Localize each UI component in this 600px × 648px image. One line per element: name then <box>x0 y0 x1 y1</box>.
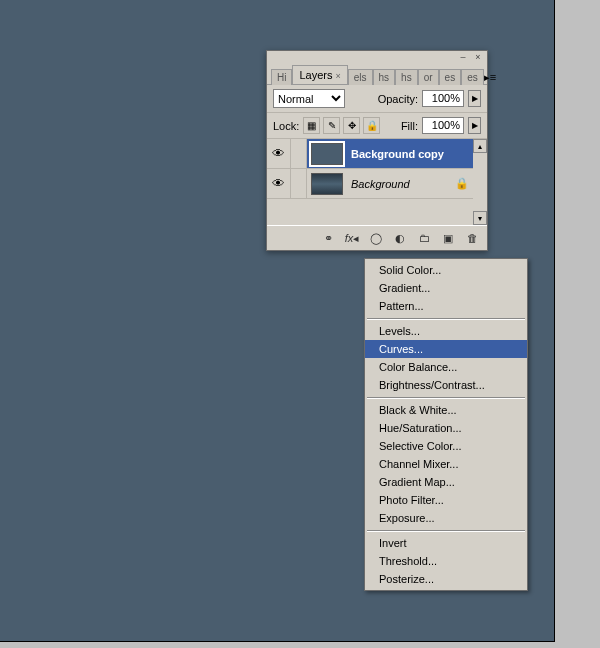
tab-layers-label: Layers <box>299 69 332 81</box>
adjustment-layer-icon[interactable]: ◐ <box>391 230 409 246</box>
group-icon[interactable]: 🗀 <box>415 230 433 246</box>
lock-label: Lock: <box>273 120 299 132</box>
panel-menu-icon[interactable]: ▸≡ <box>484 71 500 84</box>
menu-item-curves[interactable]: Curves... <box>365 340 527 358</box>
layer-name[interactable]: Background <box>347 178 451 190</box>
layers-panel: – × Hi Layers× els hs hs or es es ▸≡ Nor… <box>266 50 488 251</box>
fx-icon[interactable]: fx◂ <box>343 230 361 246</box>
menu-item-levels[interactable]: Levels... <box>365 322 527 340</box>
menu-item-pattern[interactable]: Pattern... <box>365 297 527 315</box>
menu-item-gradient-map[interactable]: Gradient Map... <box>365 473 527 491</box>
trash-icon[interactable]: 🗑 <box>463 230 481 246</box>
menu-separator <box>367 397 525 398</box>
tab-hi[interactable]: Hi <box>271 69 292 85</box>
panel-close-icon[interactable]: × <box>472 51 484 63</box>
blend-mode-select[interactable]: Normal <box>273 89 345 108</box>
menu-item-posterize[interactable]: Posterize... <box>365 570 527 588</box>
menu-item-threshold[interactable]: Threshold... <box>365 552 527 570</box>
link-cell[interactable] <box>291 169 307 198</box>
menu-item-color-balance[interactable]: Color Balance... <box>365 358 527 376</box>
mask-icon[interactable]: ◯ <box>367 230 385 246</box>
tab-es2[interactable]: es <box>461 69 484 85</box>
menu-item-exposure[interactable]: Exposure... <box>365 509 527 527</box>
layer-name[interactable]: Background copy <box>347 148 451 160</box>
link-cell[interactable] <box>291 139 307 168</box>
tab-or[interactable]: or <box>418 69 439 85</box>
menu-item-brightness-contrast[interactable]: Brightness/Contrast... <box>365 376 527 394</box>
scroll-up-icon[interactable]: ▴ <box>473 139 487 153</box>
tab-layers[interactable]: Layers× <box>292 65 347 84</box>
tab-es1[interactable]: es <box>439 69 462 85</box>
fill-field[interactable]: 100% <box>422 117 464 134</box>
scroll-down-icon[interactable]: ▾ <box>473 211 487 225</box>
lock-position-icon[interactable]: ✥ <box>343 117 360 134</box>
layers-list: ▴ 👁 Background copy 👁 Background 🔒 <box>267 139 487 225</box>
menu-item-invert[interactable]: Invert <box>365 534 527 552</box>
menu-item-selective-color[interactable]: Selective Color... <box>365 437 527 455</box>
menu-item-channel-mixer[interactable]: Channel Mixer... <box>365 455 527 473</box>
visibility-toggle-icon[interactable]: 👁 <box>267 139 291 168</box>
menu-item-hue-sat[interactable]: Hue/Saturation... <box>365 419 527 437</box>
lock-transparency-icon[interactable]: ▦ <box>303 117 320 134</box>
panel-footer: ⚭ fx◂ ◯ ◐ 🗀 ▣ 🗑 <box>267 225 487 250</box>
opacity-label: Opacity: <box>378 93 418 105</box>
panel-minimize-icon[interactable]: – <box>457 51 469 63</box>
layer-lock-indicator: 🔒 <box>451 177 473 190</box>
new-layer-icon[interactable]: ▣ <box>439 230 457 246</box>
adjustment-context-menu: Solid Color... Gradient... Pattern... Le… <box>364 258 528 591</box>
menu-item-black-white[interactable]: Black & White... <box>365 401 527 419</box>
link-layers-icon[interactable]: ⚭ <box>319 230 337 246</box>
opacity-popup-icon[interactable]: ▶ <box>468 90 481 107</box>
panel-tabs: Hi Layers× els hs hs or es es ▸≡ <box>267 51 487 84</box>
menu-separator <box>367 530 525 531</box>
tab-hs1[interactable]: hs <box>373 69 396 85</box>
tab-hs2[interactable]: hs <box>395 69 418 85</box>
close-icon[interactable]: × <box>335 71 340 81</box>
opacity-field[interactable]: 100% <box>422 90 464 107</box>
layer-row[interactable]: 👁 Background 🔒 <box>267 169 473 199</box>
layer-row[interactable]: 👁 Background copy <box>267 139 473 169</box>
lock-pixels-icon[interactable]: ✎ <box>323 117 340 134</box>
menu-item-solid-color[interactable]: Solid Color... <box>365 261 527 279</box>
lock-controls: ▦ ✎ ✥ 🔒 <box>303 117 380 134</box>
tab-els[interactable]: els <box>348 69 373 85</box>
lock-all-icon[interactable]: 🔒 <box>363 117 380 134</box>
fill-label: Fill: <box>401 120 418 132</box>
layer-thumbnail[interactable] <box>311 173 343 195</box>
visibility-toggle-icon[interactable]: 👁 <box>267 169 291 198</box>
menu-item-gradient[interactable]: Gradient... <box>365 279 527 297</box>
menu-separator <box>367 318 525 319</box>
fill-popup-icon[interactable]: ▶ <box>468 117 481 134</box>
layer-thumbnail[interactable] <box>311 143 343 165</box>
menu-item-photo-filter[interactable]: Photo Filter... <box>365 491 527 509</box>
